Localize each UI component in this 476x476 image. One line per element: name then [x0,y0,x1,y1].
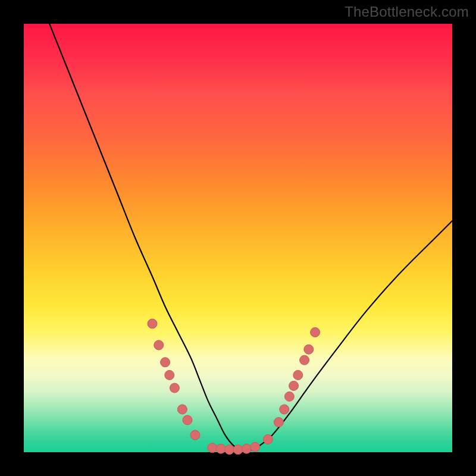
marker-dot [170,383,179,393]
marker-dot [208,443,217,453]
marker-dot [165,370,174,380]
marker-dot [183,415,192,425]
marker-dot [216,444,226,453]
marker-dot [161,358,170,367]
plot-area [24,24,452,452]
marker-dot [190,430,200,440]
marker-dot [300,355,309,365]
marker-dot [233,445,243,455]
marker-dot [225,445,234,455]
chart-frame: TheBottleneck.com [0,0,476,476]
watermark-text: TheBottleneck.com [345,4,469,20]
bottleneck-curve [49,24,452,450]
marker-dot [311,327,320,337]
marker-dot [274,418,283,427]
marker-dots-group [148,319,320,455]
marker-dot [263,434,273,444]
marker-dot [280,405,289,414]
chart-svg [24,24,452,452]
marker-dot [293,370,303,380]
marker-dot [242,444,251,453]
marker-dot [177,405,187,414]
marker-dot [154,340,164,350]
marker-dot [289,381,299,390]
marker-dot [284,392,294,401]
marker-dot [250,442,260,452]
marker-dot [148,319,157,328]
marker-dot [304,345,314,354]
